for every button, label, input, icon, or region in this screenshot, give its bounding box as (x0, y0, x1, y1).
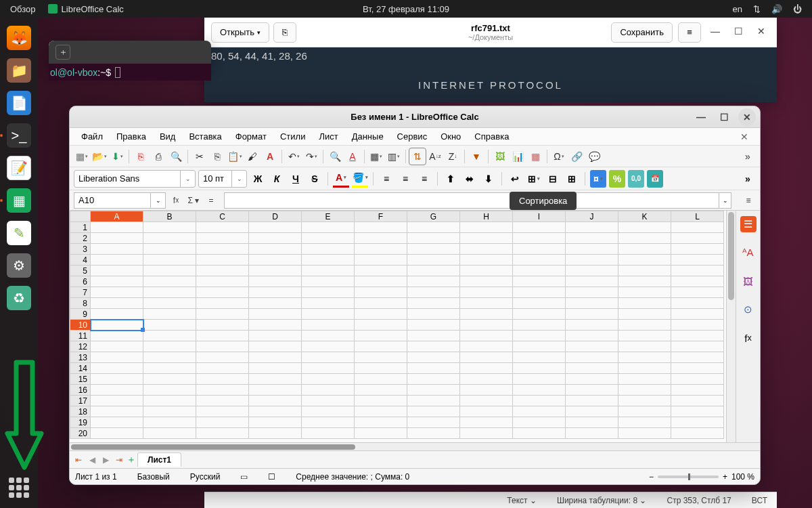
network-icon[interactable]: ⇅ (753, 4, 761, 14)
cell[interactable] (143, 222, 196, 233)
cell[interactable] (618, 396, 671, 406)
cell[interactable] (143, 266, 196, 276)
volume-icon[interactable]: 🔊 (771, 4, 782, 14)
cell[interactable] (355, 244, 407, 255)
toolbar-more[interactable]: » (740, 148, 756, 165)
cell[interactable] (618, 276, 671, 287)
cell[interactable] (91, 266, 143, 276)
number-button[interactable]: 0,0 (628, 170, 644, 188)
insert-mode-icon[interactable]: ▭ (240, 472, 248, 482)
align-bottom-button[interactable]: ⬇ (480, 170, 497, 188)
chart-button[interactable]: 📊 (510, 148, 526, 165)
cell[interactable] (671, 255, 724, 266)
cell[interactable] (618, 331, 671, 341)
find-button[interactable]: 🔍 (327, 148, 343, 165)
font-size-combo[interactable]: 10 пт⌄ (198, 170, 247, 188)
calc-titlebar[interactable]: Без имени 1 - LibreOffice Calc — ☐ ✕ (70, 106, 760, 128)
cell[interactable] (566, 406, 618, 417)
dock-editor[interactable]: ✎ (4, 218, 34, 248)
merge-button[interactable]: ⊞ (526, 170, 542, 188)
cell[interactable] (143, 406, 196, 417)
column-header[interactable]: H (460, 211, 513, 222)
sidebar-navigator[interactable]: ⊙ (740, 301, 757, 318)
cell[interactable] (460, 320, 513, 331)
spellcheck-button[interactable]: A (344, 148, 361, 165)
row-header[interactable]: 6 (70, 276, 91, 287)
gedit-window[interactable]: Открыть ▾ ⎘ rfc791.txt ~/Документы Сохра… (204, 18, 777, 102)
cell[interactable] (671, 287, 724, 298)
cell[interactable] (407, 352, 460, 363)
cell[interactable] (566, 385, 618, 396)
cell[interactable] (671, 385, 724, 396)
clear-format-button[interactable]: A (262, 148, 278, 165)
cell[interactable] (302, 222, 355, 233)
cell[interactable] (513, 266, 566, 276)
row-header[interactable]: 1 (70, 222, 91, 233)
cell[interactable] (355, 309, 407, 320)
cell[interactable] (196, 287, 249, 298)
menu-format[interactable]: Формат (229, 129, 273, 144)
cell[interactable] (249, 341, 302, 352)
cell[interactable] (143, 276, 196, 287)
cell[interactable] (355, 363, 407, 374)
cell[interactable] (91, 396, 143, 406)
cell[interactable] (671, 363, 724, 374)
cell[interactable] (460, 417, 513, 428)
cell[interactable] (91, 406, 143, 417)
date-button[interactable]: 📅 (647, 170, 663, 188)
cell[interactable] (513, 428, 566, 439)
cell[interactable] (513, 341, 566, 352)
row-header[interactable]: 3 (70, 244, 91, 255)
column-header[interactable]: A (91, 211, 143, 222)
cell[interactable] (460, 374, 513, 385)
cell[interactable] (513, 374, 566, 385)
cell[interactable] (460, 341, 513, 352)
cell[interactable] (249, 266, 302, 276)
cell[interactable] (460, 266, 513, 276)
cell[interactable] (513, 287, 566, 298)
cell[interactable] (355, 428, 407, 439)
cell[interactable] (407, 363, 460, 374)
cell[interactable] (407, 417, 460, 428)
cell[interactable] (566, 396, 618, 406)
cell[interactable] (91, 309, 143, 320)
cell[interactable] (566, 276, 618, 287)
cell[interactable] (196, 320, 249, 331)
menu-data[interactable]: Данные (346, 129, 390, 144)
cell[interactable] (460, 331, 513, 341)
dock-writer[interactable]: 📄 (4, 88, 34, 118)
zoom-in-button[interactable]: + (723, 472, 727, 482)
current-app[interactable]: LibreOffice Calc (48, 4, 124, 14)
cell[interactable] (618, 244, 671, 255)
row-header[interactable]: 16 (70, 385, 91, 396)
cell[interactable] (302, 396, 355, 406)
row-button[interactable]: ▦ (368, 148, 384, 165)
cut-button[interactable]: ✂ (191, 148, 208, 165)
save-button[interactable]: ⬇ (109, 148, 125, 165)
cell[interactable] (302, 363, 355, 374)
cell[interactable] (671, 417, 724, 428)
cell[interactable] (196, 406, 249, 417)
dock-calc[interactable]: ▦ (4, 186, 34, 215)
cell[interactable] (460, 428, 513, 439)
cell[interactable] (302, 428, 355, 439)
special-char-button[interactable]: Ω (551, 148, 567, 165)
cell[interactable] (196, 352, 249, 363)
hamburger-menu[interactable]: ≡ (678, 22, 701, 43)
cell[interactable] (566, 287, 618, 298)
currency-button[interactable]: ¤ (590, 170, 606, 188)
cell[interactable] (671, 244, 724, 255)
cell[interactable] (566, 331, 618, 341)
first-sheet-button[interactable]: ⇤ (72, 455, 85, 465)
cell[interactable] (671, 320, 724, 331)
cell[interactable] (460, 309, 513, 320)
cell[interactable] (513, 244, 566, 255)
cell[interactable] (196, 428, 249, 439)
cell[interactable] (513, 309, 566, 320)
dock-trash[interactable]: ♻ (4, 283, 34, 313)
cell[interactable] (671, 233, 724, 244)
cell[interactable] (513, 276, 566, 287)
zoom-value[interactable]: 100 % (731, 472, 754, 482)
font-name-combo[interactable]: Liberation Sans⌄ (74, 170, 196, 188)
cell[interactable] (513, 233, 566, 244)
